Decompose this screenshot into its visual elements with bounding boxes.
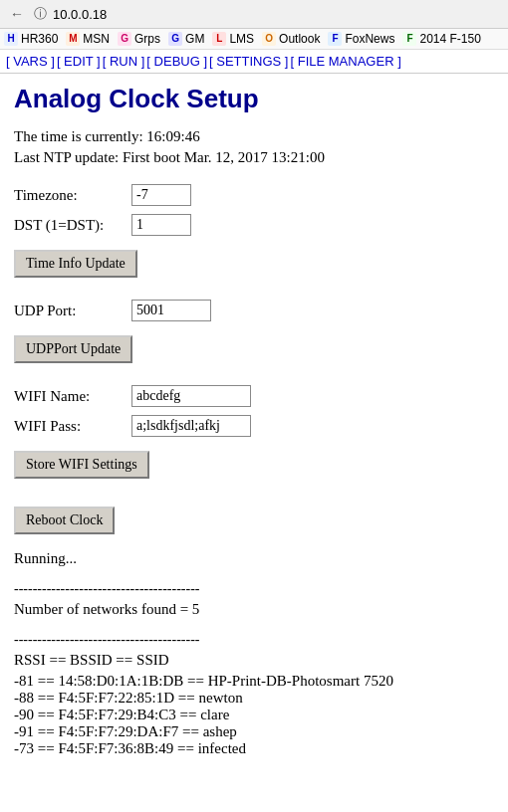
dst-row: DST (1=DST): <box>14 214 494 236</box>
divider-1: ---------------------------------------- <box>14 581 494 597</box>
udp-section: UDP Port: <box>14 300 494 321</box>
fav-msn-icon: M <box>66 32 80 46</box>
fav-gm-icon: G <box>168 32 182 46</box>
time-current-label: The time is currently: <box>14 128 143 144</box>
status-text: Running... <box>14 550 494 567</box>
wifi-name-row: WIFI Name: <box>14 385 494 407</box>
favorites-bar: H HR360 M MSN G Grps G GM L LMS O Outloo… <box>0 29 508 50</box>
address-bar: ← ⓘ 10.0.0.18 <box>0 0 508 29</box>
network-item-5: -73 == F4:5F:F7:36:8B:49 == infected <box>14 740 494 757</box>
network-list: -81 == 14:58:D0:1A:1B:DB == HP-Print-DB-… <box>14 673 494 757</box>
fav-hr360-icon: H <box>4 32 18 46</box>
network-item-4: -91 == F4:5F:F7:29:DA:F7 == ashep <box>14 723 494 740</box>
back-button[interactable]: ← <box>6 4 28 24</box>
fav-hr360[interactable]: H HR360 <box>4 32 58 46</box>
fav-f150-label: 2014 F-150 <box>419 32 480 46</box>
timezone-label: Timezone: <box>14 187 124 204</box>
udp-port-label: UDP Port: <box>14 303 124 319</box>
info-icon: ⓘ <box>34 5 47 23</box>
fav-outlook-label: Outlook <box>279 32 320 46</box>
networks-found: Number of networks found = 5 <box>14 601 494 618</box>
fav-gm-label: GM <box>185 32 204 46</box>
nav-settings[interactable]: [ SETTINGS ] <box>209 54 288 69</box>
nav-file-manager[interactable]: [ FILE MANAGER ] <box>291 54 401 69</box>
rssi-header: RSSI == BSSID == SSID <box>14 652 494 669</box>
main-content: Analog Clock Setup The time is currently… <box>0 74 508 767</box>
udp-port-input[interactable] <box>131 300 211 321</box>
fav-lms-icon: L <box>212 32 226 46</box>
network-item-1: -81 == 14:58:D0:1A:1B:DB == HP-Print-DB-… <box>14 673 494 690</box>
udp-update-btn-wrap: UDPPort Update <box>14 329 494 369</box>
wifi-pass-label: WIFI Pass: <box>14 418 124 435</box>
network-item-2: -88 == F4:5F:F7:22:85:1D == newton <box>14 690 494 707</box>
wifi-pass-input[interactable] <box>131 415 251 437</box>
timezone-input[interactable] <box>131 184 191 206</box>
store-wifi-button[interactable]: Store WIFI Settings <box>14 451 149 479</box>
time-update-btn-wrap: Time Info Update <box>14 244 494 284</box>
time-current: The time is currently: 16:09:46 <box>14 128 494 145</box>
fav-grps-label: Grps <box>134 32 160 46</box>
reboot-btn-wrap: Reboot Clock <box>14 501 494 540</box>
wifi-section: WIFI Name: WIFI Pass: <box>14 385 494 437</box>
fav-grps[interactable]: G Grps <box>118 32 160 46</box>
fav-lms-label: LMS <box>229 32 254 46</box>
fav-lms[interactable]: L LMS <box>212 32 254 46</box>
timezone-section: Timezone: DST (1=DST): <box>14 184 494 236</box>
divider-2: ---------------------------------------- <box>14 632 494 648</box>
url-display[interactable]: 10.0.0.18 <box>53 7 107 22</box>
fav-gm[interactable]: G GM <box>168 32 204 46</box>
wifi-pass-row: WIFI Pass: <box>14 415 494 437</box>
fav-foxnews[interactable]: F FoxNews <box>328 32 394 46</box>
ntp-info: Last NTP update: First boot Mar. 12, 201… <box>14 149 494 166</box>
time-update-button[interactable]: Time Info Update <box>14 250 137 278</box>
fav-hr360-label: HR360 <box>21 32 58 46</box>
nav-run[interactable]: [ RUN ] <box>103 54 145 69</box>
fav-foxnews-icon: F <box>328 32 342 46</box>
nav-debug[interactable]: [ DEBUG ] <box>146 54 207 69</box>
fav-outlook[interactable]: O Outlook <box>262 32 320 46</box>
fav-f150-icon: F <box>402 32 416 46</box>
nav-vars[interactable]: [ VARS ] <box>6 54 55 69</box>
udp-port-row: UDP Port: <box>14 300 494 321</box>
page-title: Analog Clock Setup <box>14 84 494 114</box>
store-wifi-btn-wrap: Store WIFI Settings <box>14 445 494 485</box>
wifi-name-input[interactable] <box>131 385 251 407</box>
dst-input[interactable] <box>131 214 191 236</box>
time-current-value: 16:09:46 <box>146 128 199 144</box>
fav-outlook-icon: O <box>262 32 276 46</box>
nav-menu: [ VARS ] [ EDIT ] [ RUN ] [ DEBUG ] [ SE… <box>0 50 508 74</box>
fav-msn-label: MSN <box>83 32 110 46</box>
timezone-row: Timezone: <box>14 184 494 206</box>
wifi-name-label: WIFI Name: <box>14 388 124 405</box>
fav-foxnews-label: FoxNews <box>345 32 394 46</box>
network-item-3: -90 == F4:5F:F7:29:B4:C3 == clare <box>14 707 494 723</box>
nav-edit[interactable]: [ EDIT ] <box>57 54 101 69</box>
reboot-button[interactable]: Reboot Clock <box>14 507 115 534</box>
fav-msn[interactable]: M MSN <box>66 32 110 46</box>
dst-label: DST (1=DST): <box>14 217 124 234</box>
udp-update-button[interactable]: UDPPort Update <box>14 335 132 363</box>
fav-grps-icon: G <box>118 32 131 46</box>
fav-f150[interactable]: F 2014 F-150 <box>402 32 480 46</box>
